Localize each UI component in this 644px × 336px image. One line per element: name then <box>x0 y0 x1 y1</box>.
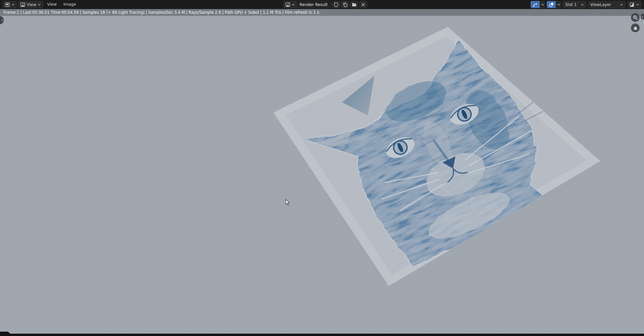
gizmo-toggle[interactable] <box>531 1 540 8</box>
unlink-image-button[interactable] <box>359 1 367 8</box>
hand-icon <box>633 25 638 31</box>
menu-image[interactable]: Image <box>61 1 79 8</box>
image-icon <box>285 2 290 7</box>
chevron-down-icon <box>581 3 584 6</box>
render-stats-bar: Frame:1 | Last:00:36.51 Time:00:54.59 | … <box>0 9 644 16</box>
chevron-down-icon <box>620 3 623 6</box>
folder-icon <box>352 2 357 7</box>
shield-icon <box>333 2 339 7</box>
chevron-down-icon <box>557 3 560 6</box>
gizmo-icon <box>533 2 538 7</box>
slot-label: Slot 1 <box>565 2 577 7</box>
slot-select[interactable]: Slot 1 <box>563 1 586 8</box>
overlays-dropdown[interactable] <box>556 1 561 8</box>
chevron-left-icon <box>641 15 644 18</box>
editor-header: View View Image Render Result <box>0 0 644 9</box>
channels-icon <box>629 2 635 7</box>
image-icon <box>20 2 25 7</box>
chevron-right-icon <box>1 19 3 21</box>
sidebar-toggle-right[interactable] <box>641 14 644 19</box>
image-name-field[interactable]: Render Result <box>296 1 331 8</box>
mode-label: View <box>27 2 36 7</box>
image-editor-icon <box>5 2 10 7</box>
menu-view[interactable]: View <box>44 1 59 8</box>
mode-dropdown[interactable]: View <box>18 1 43 8</box>
bottom-editor-corner <box>0 332 10 336</box>
render-viewport[interactable] <box>0 0 644 336</box>
open-image-button[interactable] <box>350 1 358 8</box>
chevron-down-icon <box>38 3 41 6</box>
magnifier-plus-icon <box>633 15 638 20</box>
viewlayer-select[interactable]: ViewLayer <box>588 1 626 8</box>
duplicate-image-button[interactable] <box>341 1 349 8</box>
copy-icon <box>342 2 348 7</box>
overlays-icon <box>549 2 554 7</box>
chevron-down-icon <box>636 3 639 6</box>
pan-button[interactable] <box>631 23 640 32</box>
chevron-down-icon <box>541 3 544 6</box>
overlays-toggle[interactable] <box>547 1 556 8</box>
display-channels-button[interactable] <box>627 1 641 8</box>
film-grain <box>0 9 644 336</box>
viewlayer-label: ViewLayer <box>590 2 611 7</box>
chevron-down-icon <box>11 3 15 6</box>
editor-type-button[interactable] <box>3 1 17 8</box>
image-browse-button[interactable] <box>283 1 296 8</box>
fake-user-button[interactable] <box>332 1 340 8</box>
close-icon <box>361 2 366 7</box>
gizmo-dropdown[interactable] <box>540 1 545 8</box>
mouse-cursor <box>285 199 290 206</box>
zoom-button[interactable] <box>631 13 640 22</box>
bottom-editor-edge <box>0 334 644 336</box>
chevron-down-icon <box>291 3 295 6</box>
